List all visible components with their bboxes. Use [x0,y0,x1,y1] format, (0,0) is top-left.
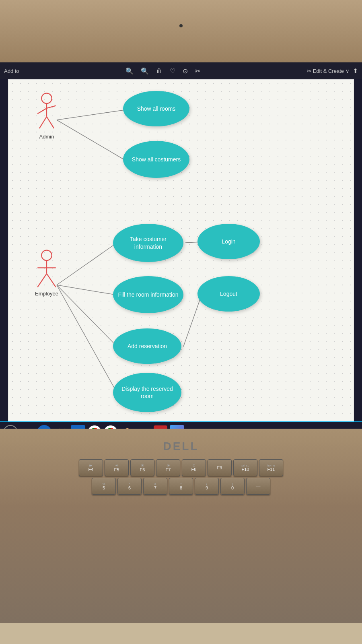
help-icon[interactable]: ⊙ [183,67,188,75]
zoom-in-icon[interactable]: 🔍 [125,67,134,75]
toolbar-icons: 🔍 🔍 🗑 ♡ ⊙ ✂ [19,67,307,75]
svg-line-5 [57,285,117,393]
logout-node: Logout [197,276,260,312]
top-bezel [0,0,362,62]
diagram-canvas: Admin Employee Show all rooms Show all [8,79,354,421]
login-node: Login [197,224,260,259]
display-reserved-node: Display the reserved room [113,373,181,412]
key-f10[interactable]: prt sc F10 [233,459,257,476]
zoom-out-icon[interactable]: 🔍 [141,67,149,75]
svg-line-3 [57,285,117,295]
share-icon[interactable]: ⬆ [353,67,358,75]
svg-line-17 [37,274,47,287]
delete-icon[interactable]: 🗑 [156,67,162,74]
number-key-row: % 5 ^ 6 & 7 * 8 ( 9 ) 0 [16,478,346,495]
employee-label: Employee [35,291,58,297]
svg-line-0 [57,110,125,120]
fill-room-node: Fill the room information [113,276,183,313]
key-0[interactable]: ) 0 [220,478,245,495]
title-bar-right: ✂ Edit & Create ∨ ⬆ [307,67,358,75]
employee-actor: Employee [33,249,61,297]
key-f8[interactable]: ⊡ F8 [182,459,206,476]
key-9[interactable]: ( 9 [195,478,219,495]
title-bar: Add to 🔍 🔍 🗑 ♡ ⊙ ✂ ✂ Edit & Create ∨ ⬆ [0,62,362,79]
key-f5[interactable]: ☀ F5 [105,459,129,476]
svg-line-2 [57,243,117,285]
svg-line-7 [183,295,202,347]
screen: Add to 🔍 🔍 🗑 ♡ ⊙ ✂ ✂ Edit & Create ∨ ⬆ [0,62,362,429]
add-to-label: Add to [4,68,19,74]
svg-point-8 [41,93,51,103]
key-f11[interactable]: home F11 [259,459,283,476]
svg-line-12 [39,117,47,128]
svg-point-14 [41,250,51,260]
key-5[interactable]: % 5 [92,478,116,495]
edit-create-button[interactable]: ✂ Edit & Create ∨ [307,68,350,74]
key-f6[interactable]: ☀ F6 [130,459,154,476]
laptop-bottom: DELL ⏮ F4 ☀ F5 ☀ F6 ☀ F7 ⊡ F8 [0,429,362,623]
svg-line-1 [57,120,125,160]
camera [179,24,183,27]
take-info-node: Take costumer information [113,224,183,262]
admin-actor: Admin [33,92,61,140]
key-8[interactable]: * 8 [169,478,193,495]
svg-line-11 [47,106,56,108]
fn-key-row: ⏮ F4 ☀ F5 ☀ F6 ☀ F7 ⊡ F8 F9 [16,459,346,476]
svg-line-10 [37,108,47,114]
key-6[interactable]: ^ 6 [117,478,142,495]
keyboard: ⏮ F4 ☀ F5 ☀ F6 ☀ F7 ⊡ F8 F9 [16,459,346,496]
svg-line-13 [47,117,54,128]
key-dash[interactable]: — [246,478,270,495]
favorite-icon[interactable]: ♡ [170,67,175,75]
show-customers-node: Show all costumers [123,141,189,178]
add-reservation-node: Add reservation [113,328,181,364]
show-rooms-node: Show all rooms [123,91,189,126]
key-f4[interactable]: ⏮ F4 [79,459,103,476]
dell-logo: DELL [163,440,199,453]
key-f7[interactable]: ☀ F7 [156,459,180,476]
key-7[interactable]: & 7 [143,478,167,495]
crop-icon[interactable]: ✂ [195,67,200,75]
svg-line-18 [47,274,56,287]
svg-line-4 [57,285,117,347]
admin-label: Admin [39,134,54,140]
key-f9[interactable]: F9 [208,459,232,476]
